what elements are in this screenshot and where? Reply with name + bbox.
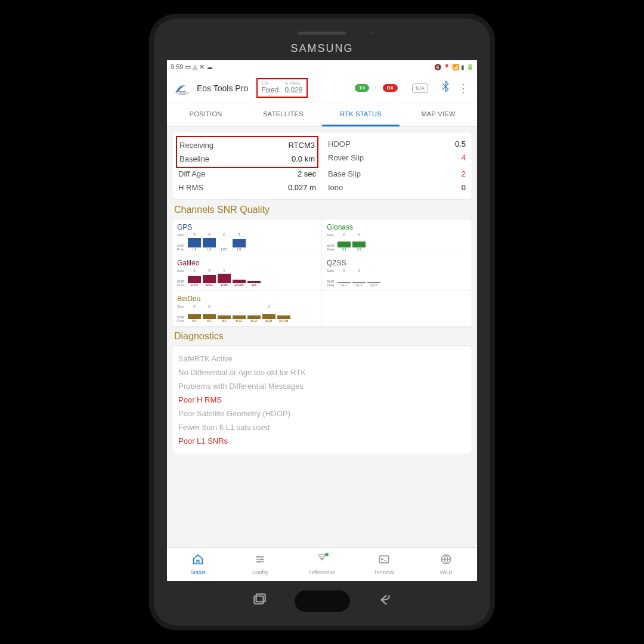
nav-active-dot <box>325 553 329 556</box>
snr-title-gps: GPS <box>177 223 317 231</box>
svg-point-4 <box>258 561 260 563</box>
kv-baseline: Baseline0.0 km <box>178 152 316 166</box>
snr-title-qzss: QZSS <box>327 259 467 267</box>
back-button[interactable] <box>377 592 393 610</box>
snr-cell-empty <box>322 291 472 327</box>
nav-label: Status <box>190 569 206 575</box>
recent-apps-button[interactable] <box>252 592 267 610</box>
nav-label: Differential <box>309 569 335 575</box>
app-title: Eos Tools Pro <box>197 83 248 93</box>
front-camera <box>370 30 375 36</box>
na-indicator: N/A <box>412 83 428 93</box>
diagnostic-line: Poor Satellite Geometry (HDOP) <box>178 407 466 420</box>
home-button[interactable] <box>294 590 351 612</box>
wifi-icon: 📶 <box>452 64 459 70</box>
svg-point-2 <box>257 556 259 558</box>
hrms-value: 0.028 <box>284 86 302 94</box>
snr-cell-qzss: QZSSSats00-SNRFreqQL1QL2QL5 <box>322 255 472 291</box>
fix-status-box: FIX Fixed H RMS 0.028 <box>256 78 307 98</box>
notif-icon: ▭ <box>185 63 191 71</box>
battery-icon: 🔋 <box>466 64 473 70</box>
terminal-icon <box>378 553 390 568</box>
kv-baseslip: Base Slip2 <box>327 167 467 181</box>
diagnostic-line: No Differential or Age too old for RTK <box>178 366 466 379</box>
nav-label: WEB <box>440 569 453 575</box>
android-statusbar: 9:59 ▭ ◬ ✕ ☁ 🔇 📍 📶 ▮ 🔋 <box>167 60 477 73</box>
tab-position[interactable]: POSITION <box>167 103 244 126</box>
svg-point-3 <box>261 558 263 560</box>
tab-map-view[interactable]: MAP VIEW <box>400 103 477 126</box>
kv-hdop: HDOP0.5 <box>327 137 467 151</box>
diagnostic-line: Poor L1 SNRs <box>178 434 466 448</box>
diagnostic-line: Poor H RMS <box>178 393 466 407</box>
tx-pill: TX <box>355 84 369 92</box>
rtk-status-card: ReceivingRTCM3 Baseline0.0 km HDOP0.5 Ro… <box>172 132 472 200</box>
kv-receiving: ReceivingRTCM3 <box>178 138 316 152</box>
kv-roverslip: Rover Slip4 <box>327 151 467 165</box>
speaker-grille <box>298 32 346 35</box>
diagnostic-line: Fewer than 6 L1 sats used <box>178 420 466 434</box>
content-area[interactable]: ReceivingRTCM3 Baseline0.0 km HDOP0.5 Ro… <box>167 127 477 547</box>
home-icon <box>192 553 204 568</box>
status-time: 9:59 <box>171 63 183 70</box>
diagnostics-title: Diagnostics <box>174 331 470 342</box>
kv-diffage: Diff Age2 sec <box>177 167 317 181</box>
nav-label: Config <box>252 569 268 575</box>
tablet-bezel: SAMSUNG 9:59 ▭ ◬ ✕ ☁ 🔇 📍 📶 ▮ 🔋 <box>154 18 490 626</box>
screen: 9:59 ▭ ◬ ✕ ☁ 🔇 📍 📶 ▮ 🔋 EOS <box>167 60 477 581</box>
fix-value: Fixed <box>261 86 278 94</box>
snr-title-galileo: Galileo <box>177 259 317 267</box>
snr-cell-beidou: BeiDouSats00---0-SNRFreqB1B2B3B1CB2AB2BB… <box>172 291 322 327</box>
diagnostic-line: Problems with Differential Messages <box>178 379 466 393</box>
snr-cell-glonass: GlonassSats66SNRFreqG1G2 <box>322 219 472 255</box>
snr-title-beidou: BeiDou <box>177 295 317 303</box>
snr-section-title: Channels SNR Quality <box>174 205 470 215</box>
bluetooth-icon[interactable] <box>441 80 451 97</box>
tab-rtk-status[interactable]: RTK STATUS <box>322 103 400 126</box>
cloud-icon: ☁ <box>206 63 213 71</box>
rtk-highlight-box: ReceivingRTCM3 Baseline0.0 km <box>176 136 318 168</box>
tablet-frame: SAMSUNG 9:59 ▭ ◬ ✕ ☁ 🔇 📍 📶 ▮ 🔋 <box>149 14 495 630</box>
bottom-nav: StatusConfigDifferentialTerminalWEB <box>167 547 477 581</box>
kv-iono: Iono0 <box>327 181 467 194</box>
kv-hrms: H RMS0.027 m <box>177 181 317 194</box>
tab-satellites[interactable]: SATELLITES <box>244 103 322 126</box>
nav-label: Terminal <box>374 569 394 575</box>
snr-title-glonass: Glonass <box>327 223 467 231</box>
device-brand: SAMSUNG <box>154 42 490 55</box>
nav-config[interactable]: Config <box>229 548 291 581</box>
snr-grid: GPSSats9903SNRFreqL1L2L2CL5GlonassSats66… <box>172 219 472 327</box>
svg-point-5 <box>321 558 323 560</box>
location-icon: 📍 <box>443 64 450 70</box>
nav-terminal[interactable]: Terminal <box>353 548 415 581</box>
app-logo-icon: EOS <box>173 81 192 95</box>
nav-status[interactable]: Status <box>167 548 229 581</box>
snr-cell-galileo: GalileoSats555--SNRFreqE1BE5AE5BE5ABE6 <box>172 255 322 291</box>
hrms-label: H RMS <box>284 80 300 86</box>
mute-icon: 🔇 <box>434 64 441 70</box>
svg-text:EOS: EOS <box>179 91 185 94</box>
fix-label: FIX <box>261 80 268 86</box>
snr-cell-gps: GPSSats9903SNRFreqL1L2L2CL5 <box>172 219 322 255</box>
nav-differential[interactable]: Differential <box>291 548 353 581</box>
globe-icon <box>440 553 452 568</box>
sliders-icon <box>254 553 266 568</box>
notif-icon: ◬ <box>193 63 197 71</box>
notif-icon: ✕ <box>199 63 205 71</box>
overflow-menu-icon[interactable]: ⋮ <box>456 82 471 95</box>
diagnostic-line: SafeRTK Active <box>178 352 466 366</box>
nav-web[interactable]: WEB <box>415 548 477 581</box>
diagnostics-card: SafeRTK ActiveNo Differential or Age too… <box>172 345 472 454</box>
tab-bar: POSITION SATELLITES RTK STATUS MAP VIEW <box>167 103 477 127</box>
hardware-buttons <box>154 590 490 612</box>
svg-rect-6 <box>380 556 389 563</box>
rx-pill: RX <box>383 84 398 92</box>
app-header: EOS Eos Tools Pro FIX Fixed H RMS 0.028 … <box>167 73 477 103</box>
signal-icon: ▮ <box>461 64 465 70</box>
